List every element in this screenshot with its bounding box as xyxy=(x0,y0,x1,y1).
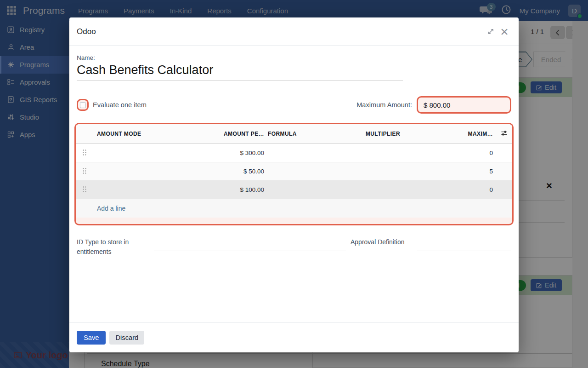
cell-amount-per[interactable]: $ 300.00 xyxy=(180,144,266,162)
highlight-ring xyxy=(77,99,89,111)
col-drag xyxy=(76,124,95,144)
name-input[interactable]: Cash Benefits Calculator xyxy=(77,62,403,80)
approval-definition-field: Approval Definition xyxy=(351,237,511,257)
cell-amount-per[interactable]: $ 100.00 xyxy=(180,181,266,199)
add-a-line-link[interactable]: Add a line xyxy=(97,205,125,212)
expand-icon xyxy=(487,28,495,35)
cell-multiplier[interactable] xyxy=(321,162,402,181)
approval-definition-label: Approval Definition xyxy=(351,237,417,257)
evaluate-one-item-checkbox[interactable] xyxy=(80,102,86,108)
save-button[interactable]: Save xyxy=(77,331,106,345)
cell-formula[interactable] xyxy=(266,162,321,181)
close-icon: × xyxy=(500,25,509,39)
maximum-amount-field: Maximum Amount: $ 800.00 xyxy=(356,96,511,114)
amount-table-highlight: AMOUNT MODE AMOUNT PE… FORMULA MULTIPLIE… xyxy=(74,123,514,225)
drag-handle-icon[interactable] xyxy=(82,167,86,174)
table-row[interactable]: $ 50.00 5 xyxy=(76,162,513,181)
odoo-dialog: Odoo × Name: Cash Benefits Calculator Ev… xyxy=(69,17,519,352)
discard-button[interactable]: Discard xyxy=(109,331,144,345)
id-type-field: ID Type to store in entitlements xyxy=(77,237,346,257)
evaluate-one-item-label: Evaluate one item xyxy=(93,101,147,109)
amount-table: AMOUNT MODE AMOUNT PE… FORMULA MULTIPLIE… xyxy=(76,124,513,218)
cell-amount-mode[interactable] xyxy=(95,144,180,162)
dialog-header: Odoo × xyxy=(69,17,519,46)
col-formula[interactable]: FORMULA xyxy=(266,124,321,144)
cell-maximum[interactable]: 5 xyxy=(402,162,495,181)
id-type-label: ID Type to store in entitlements xyxy=(77,237,154,257)
screen: Programs Programs Payments In-Kind Repor… xyxy=(0,0,588,368)
table-row[interactable]: $ 300.00 0 xyxy=(76,144,513,162)
expand-dialog-button[interactable] xyxy=(484,25,498,39)
id-type-input[interactable] xyxy=(154,237,346,251)
options-row: Evaluate one item Maximum Amount: $ 800.… xyxy=(77,96,511,114)
maximum-amount-label: Maximum Amount: xyxy=(356,101,412,109)
cell-maximum[interactable]: 0 xyxy=(402,181,495,199)
col-amount-mode[interactable]: AMOUNT MODE xyxy=(95,124,180,144)
col-options xyxy=(495,124,513,144)
cell-amount-mode[interactable] xyxy=(95,181,180,199)
drag-handle-icon[interactable] xyxy=(82,149,86,156)
table-header-row: AMOUNT MODE AMOUNT PE… FORMULA MULTIPLIE… xyxy=(76,124,513,144)
optional-columns-icon[interactable] xyxy=(501,130,508,137)
cell-multiplier[interactable] xyxy=(321,181,402,199)
cell-maximum[interactable]: 0 xyxy=(402,144,495,162)
cell-formula[interactable] xyxy=(266,181,321,199)
dialog-title: Odoo xyxy=(77,27,484,36)
cell-amount-per[interactable]: $ 50.00 xyxy=(180,162,266,181)
col-amount-per[interactable]: AMOUNT PE… xyxy=(180,124,266,144)
cell-formula[interactable] xyxy=(266,144,321,162)
add-line-row: Add a line xyxy=(76,199,513,218)
extra-fields-row: ID Type to store in entitlements Approva… xyxy=(77,237,511,257)
drag-handle-icon[interactable] xyxy=(82,186,86,193)
cell-multiplier[interactable] xyxy=(321,144,402,162)
close-dialog-button[interactable]: × xyxy=(498,25,511,39)
dialog-body: Name: Cash Benefits Calculator Evaluate … xyxy=(69,46,519,257)
col-maximum[interactable]: MAXIM… xyxy=(402,124,495,144)
name-label: Name: xyxy=(77,54,511,61)
approval-definition-input[interactable] xyxy=(417,237,511,251)
cell-amount-mode[interactable] xyxy=(95,162,180,181)
col-multiplier[interactable]: MULTIPLIER xyxy=(321,124,402,144)
maximum-amount-input[interactable]: $ 800.00 xyxy=(417,96,511,114)
table-row-selected[interactable]: $ 100.00 0 xyxy=(76,181,513,199)
evaluate-one-item-field: Evaluate one item xyxy=(77,99,147,111)
dialog-footer: Save Discard xyxy=(69,322,519,352)
